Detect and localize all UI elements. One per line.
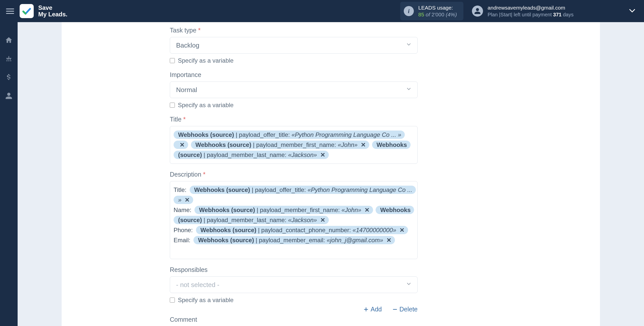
remove-tag-icon[interactable]: ✕ [365, 207, 370, 213]
remove-tag-icon[interactable]: ✕ [361, 141, 366, 148]
checkbox-task-type-variable[interactable]: Specify as a variable [170, 57, 556, 64]
description-line: Title: Webhooks (source) | payload_offer… [174, 185, 414, 205]
description-line: Email: Webhooks (source) | payload_membe… [174, 235, 414, 245]
label-title: Title * [170, 116, 556, 123]
select-importance[interactable]: Normal [170, 82, 418, 98]
checkbox-responsibles-variable[interactable]: Specify as a variable [170, 297, 556, 304]
select-importance-value: Normal [176, 86, 197, 94]
remove-tag-icon[interactable]: ✕ [399, 227, 405, 233]
home-icon[interactable] [5, 36, 13, 44]
account-days: 371 [553, 12, 561, 17]
checkbox-input[interactable] [170, 58, 175, 63]
brand-text: Save My Leads. [38, 5, 67, 18]
group-title: Title * Webhooks (source) | payload_offe… [170, 116, 556, 164]
logo[interactable] [20, 4, 34, 18]
variable-tag[interactable]: Webhooks (source) | payload_contact_phon… [196, 226, 408, 234]
brand-line2: My Leads. [38, 11, 67, 18]
usage-pct: (4%) [446, 12, 457, 17]
description-line: Phone: Webhooks (source) | payload_conta… [174, 225, 414, 235]
hamburger-button[interactable] [6, 7, 14, 15]
usage-used: 85 [418, 12, 424, 17]
usage-total: 2'000 [431, 12, 444, 17]
group-description: Description * Title: Webhooks (source) |… [170, 171, 556, 259]
checkbox-input[interactable] [170, 103, 175, 108]
usage-text: LEADS usage: 85 of 2'000 (4%) [418, 4, 457, 18]
page: Task type * Backlog Specify as a variabl… [18, 22, 644, 326]
group-responsibles: Responsibles - not selected - Specify as… [170, 266, 556, 313]
left-rail [0, 22, 18, 326]
select-task-type[interactable]: Backlog [170, 37, 418, 54]
check-icon [22, 7, 31, 16]
account-days-suffix: days [561, 12, 574, 17]
input-description[interactable]: Title: Webhooks (source) | payload_offer… [170, 181, 418, 259]
remove-tag-icon[interactable]: ✕ [386, 237, 391, 243]
topbar: Save My Leads. i LEADS usage: 85 of 2'00… [0, 0, 644, 22]
label-task-type: Task type * [170, 27, 556, 34]
integrations-icon[interactable] [5, 54, 13, 63]
variable-tag[interactable]: Webhooks (source) | payload_member_email… [193, 236, 395, 244]
group-importance: Importance Normal Specify as a variable [170, 71, 556, 109]
label-description: Description * [170, 171, 556, 178]
account-plan-prefix: Plan |Start| left until payment [488, 12, 553, 17]
usage-box[interactable]: i LEADS usage: 85 of 2'000 (4%) [400, 2, 463, 21]
checkbox-input[interactable] [170, 298, 175, 303]
plus-icon [364, 307, 369, 312]
label-responsibles: Responsibles [170, 266, 556, 273]
variable-tag[interactable]: Webhooks (source) | payload_member_first… [191, 141, 369, 149]
billing-icon[interactable] [5, 73, 13, 82]
minus-icon [392, 307, 397, 312]
account-chevron-icon[interactable] [629, 7, 635, 15]
select-responsibles[interactable]: - not selected - [170, 276, 418, 293]
select-responsibles-value: - not selected - [176, 281, 219, 289]
chevron-down-icon [406, 86, 412, 94]
responsibles-actions: Add Delete [170, 306, 418, 313]
remove-tag-icon[interactable]: ✕ [185, 196, 190, 203]
group-comment: Comment Title: Webhooks (source) | paylo… [170, 316, 556, 326]
line-prefix: Phone: [174, 227, 193, 233]
chevron-down-icon [406, 42, 412, 49]
profile-icon[interactable] [5, 92, 13, 100]
usage-label: LEADS usage: [418, 4, 457, 11]
account-email: andrewsavemyleads@gmail.com [488, 4, 574, 11]
checkbox-importance-variable[interactable]: Specify as a variable [170, 102, 556, 109]
remove-tag-icon[interactable]: ✕ [320, 151, 325, 158]
select-task-type-value: Backlog [176, 42, 199, 49]
line-prefix: Title: [174, 186, 186, 193]
brand-line1: Save [38, 4, 52, 11]
delete-button[interactable]: Delete [392, 306, 418, 313]
input-title[interactable]: Webhooks (source) | payload_offer_title:… [170, 126, 418, 164]
variable-tag[interactable]: Webhooks (source) | payload_offer_title:… [174, 186, 416, 204]
remove-tag-icon[interactable]: ✕ [180, 141, 185, 148]
avatar-icon [472, 6, 483, 17]
remove-tag-icon[interactable]: ✕ [320, 217, 325, 223]
label-comment: Comment [170, 316, 556, 323]
group-task-type: Task type * Backlog Specify as a variabl… [170, 27, 556, 64]
line-prefix: Name: [174, 207, 191, 213]
form-card: Task type * Backlog Specify as a variabl… [62, 22, 600, 326]
info-icon: i [404, 6, 414, 16]
chevron-down-icon [406, 281, 412, 289]
variable-tag[interactable]: Webhooks (source) | payload_member_first… [194, 206, 373, 214]
account-text: andrewsavemyleads@gmail.com Plan |Start|… [488, 4, 574, 18]
line-prefix: Email: [174, 237, 190, 243]
account-block[interactable]: andrewsavemyleads@gmail.com Plan |Start|… [472, 4, 574, 18]
add-button[interactable]: Add [364, 306, 382, 313]
label-importance: Importance [170, 71, 556, 78]
description-line: Name: Webhooks (source) | payload_member… [174, 205, 414, 225]
